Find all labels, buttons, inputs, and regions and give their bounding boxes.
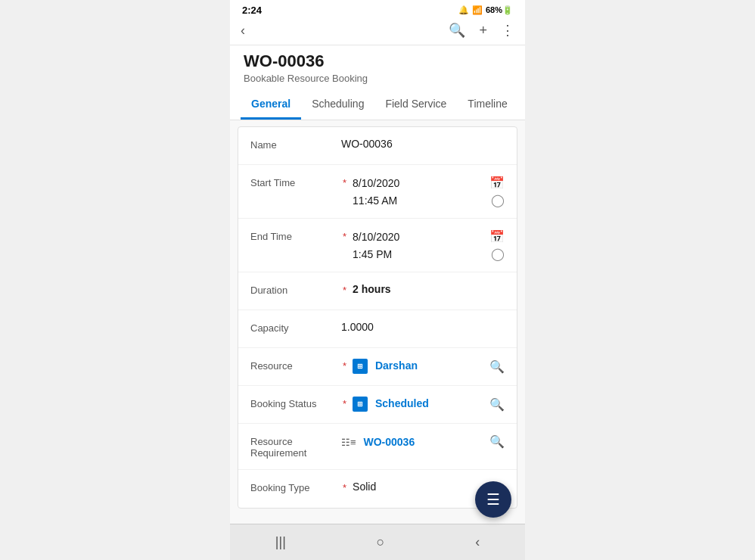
tab-timeline[interactable]: Timeline bbox=[457, 90, 517, 120]
bottom-nav: ||| ○ ‹ bbox=[230, 524, 525, 560]
fab-button[interactable]: ☰ bbox=[475, 481, 511, 518]
field-booking-status-label: Booking Status bbox=[250, 397, 341, 409]
field-start-time-value: 8/10/2020 📅 11:45 AM ◯ bbox=[353, 176, 505, 207]
field-duration-required: * bbox=[343, 283, 346, 296]
resource-req-value-text: ☷≡ WO-00036 bbox=[341, 436, 415, 448]
status-time: 2:24 bbox=[242, 5, 262, 16]
resource-link[interactable]: Darshan bbox=[375, 359, 418, 372]
tab-general[interactable]: General bbox=[241, 90, 301, 120]
alarm-icon: 🔔 bbox=[458, 5, 469, 15]
end-date-row: 8/10/2020 📅 bbox=[353, 229, 505, 244]
field-resource-req-value: ☷≡ WO-00036 🔍 bbox=[341, 434, 505, 449]
nav-bar: ‹ 🔍 + ⋮ bbox=[230, 19, 525, 45]
status-bar: 2:24 🔔 📶 68%🔋 bbox=[230, 0, 525, 19]
field-resource-label: Resource bbox=[250, 359, 341, 372]
booking-status-entity-icon: ⊞ bbox=[353, 397, 368, 412]
resource-entity-icon: ⊞ bbox=[353, 359, 368, 374]
field-resource-value: ⊞ Darshan 🔍 bbox=[353, 359, 505, 374]
bottom-nav-back-icon[interactable]: ‹ bbox=[460, 528, 495, 556]
more-icon[interactable]: ⋮ bbox=[501, 22, 514, 39]
field-name-value: WO-00036 bbox=[341, 138, 505, 150]
tab-field-service[interactable]: Field Service bbox=[374, 90, 457, 120]
status-icons: 🔔 📶 68%🔋 bbox=[458, 5, 513, 15]
start-date: 8/10/2020 bbox=[353, 177, 399, 189]
resource-req-search-icon[interactable]: 🔍 bbox=[489, 434, 505, 449]
field-capacity-row: Capacity 1.0000 bbox=[238, 310, 517, 348]
field-capacity-label: Capacity bbox=[250, 321, 341, 334]
field-capacity-value: 1.0000 bbox=[341, 321, 505, 333]
field-booking-status-row: Booking Status * ⊞ Scheduled 🔍 bbox=[238, 386, 517, 424]
booking-status-link[interactable]: Scheduled bbox=[375, 397, 429, 409]
field-booking-type-required: * bbox=[343, 481, 346, 493]
field-end-time-required: * bbox=[343, 229, 346, 242]
field-booking-status-required: * bbox=[343, 397, 346, 409]
end-time: 1:45 PM bbox=[353, 248, 392, 260]
resource-req-entity-icon: ☷≡ bbox=[341, 437, 356, 448]
search-icon[interactable]: 🔍 bbox=[449, 22, 465, 39]
form-content: Name WO-00036 Start Time * 8/10/2020 📅 1… bbox=[230, 120, 525, 524]
field-duration-value: 2 hours bbox=[353, 283, 505, 295]
booking-status-search-icon[interactable]: 🔍 bbox=[489, 397, 505, 412]
page-subtitle: Bookable Resource Booking bbox=[244, 73, 511, 84]
tab-bar: General Scheduling Field Service Timelin… bbox=[230, 90, 525, 120]
field-start-time-label: Start Time bbox=[250, 176, 341, 188]
field-booking-status-value: ⊞ Scheduled 🔍 bbox=[353, 397, 505, 412]
back-icon[interactable]: ‹ bbox=[241, 23, 245, 39]
field-start-time-required: * bbox=[343, 176, 346, 188]
field-end-time-label: End Time bbox=[250, 229, 341, 242]
bottom-nav-home-icon[interactable]: ○ bbox=[362, 528, 400, 556]
page-title: WO-00036 bbox=[244, 51, 511, 71]
resource-req-link[interactable]: WO-00036 bbox=[363, 436, 415, 448]
nav-actions: 🔍 + ⋮ bbox=[449, 22, 514, 39]
field-resource-required: * bbox=[343, 359, 346, 372]
end-date: 8/10/2020 bbox=[353, 231, 399, 243]
nav-back[interactable]: ‹ bbox=[241, 23, 245, 39]
end-time-clock-icon[interactable]: ◯ bbox=[491, 247, 505, 261]
field-start-time-row: Start Time * 8/10/2020 📅 11:45 AM ◯ bbox=[238, 165, 517, 219]
start-date-row: 8/10/2020 📅 bbox=[353, 176, 505, 190]
field-duration-row: Duration * 2 hours bbox=[238, 272, 517, 310]
field-duration-label: Duration bbox=[250, 283, 341, 296]
tab-scheduling[interactable]: Scheduling bbox=[301, 90, 374, 120]
start-time-row: 11:45 AM ◯ bbox=[353, 193, 505, 207]
resource-value-text: ⊞ Darshan bbox=[353, 359, 418, 374]
wifi-icon: 📶 bbox=[472, 5, 483, 15]
field-end-time-value: 8/10/2020 📅 1:45 PM ◯ bbox=[353, 229, 505, 261]
fab-icon: ☰ bbox=[486, 490, 500, 509]
field-resource-req-label: Resource Requirement bbox=[250, 434, 341, 459]
start-time-clock-icon[interactable]: ◯ bbox=[491, 193, 505, 207]
start-time: 11:45 AM bbox=[353, 194, 397, 207]
field-end-time-row: End Time * 8/10/2020 📅 1:45 PM ◯ bbox=[238, 219, 517, 272]
field-name-row: Name WO-00036 bbox=[238, 127, 517, 165]
add-icon[interactable]: + bbox=[479, 23, 487, 39]
end-date-calendar-icon[interactable]: 📅 bbox=[489, 229, 505, 244]
form-card: Name WO-00036 Start Time * 8/10/2020 📅 1… bbox=[238, 126, 517, 509]
field-booking-type-label: Booking Type bbox=[250, 481, 341, 493]
field-resource-row: Resource * ⊞ Darshan 🔍 bbox=[238, 348, 517, 386]
battery-icon: 68%🔋 bbox=[486, 5, 513, 15]
page-header: WO-00036 Bookable Resource Booking bbox=[230, 45, 525, 90]
booking-status-value-text: ⊞ Scheduled bbox=[353, 397, 429, 412]
field-resource-requirement-row: Resource Requirement ☷≡ WO-00036 🔍 bbox=[238, 424, 517, 470]
start-date-calendar-icon[interactable]: 📅 bbox=[489, 176, 505, 190]
resource-search-icon[interactable]: 🔍 bbox=[489, 359, 505, 374]
bottom-nav-menu-icon[interactable]: ||| bbox=[260, 528, 301, 556]
field-name-label: Name bbox=[250, 138, 341, 151]
end-time-row: 1:45 PM ◯ bbox=[353, 247, 505, 261]
